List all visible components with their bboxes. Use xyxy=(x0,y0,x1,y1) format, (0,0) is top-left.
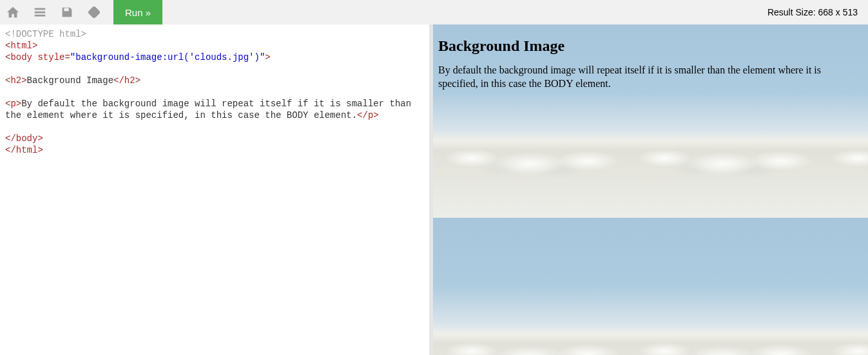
code-editor[interactable]: <!DOCTYPE html> <html> <body style="back… xyxy=(0,24,433,355)
code-token: </p> xyxy=(357,110,379,120)
code-token: </h2> xyxy=(113,75,140,86)
code-token: </html> xyxy=(5,145,43,155)
home-icon[interactable] xyxy=(5,5,21,20)
result-size-label: Result Size: 668 x 513 xyxy=(767,7,863,17)
run-button[interactable]: Run » xyxy=(113,0,162,24)
code-token: <!DOCTYPE html> xyxy=(5,29,86,39)
svg-rect-0 xyxy=(67,8,68,11)
workspace: <!DOCTYPE html> <html> <body style="back… xyxy=(0,24,868,355)
code-token: <body xyxy=(5,52,37,62)
code-token: > xyxy=(265,52,270,62)
code-token: style xyxy=(37,52,64,62)
code-token: <h2> xyxy=(5,75,27,86)
save-icon[interactable] xyxy=(59,5,75,20)
code-token: "background-image:url('clouds.jpg')" xyxy=(70,52,265,62)
code-token: = xyxy=(64,52,70,62)
result-pane: Background Image By default the backgrou… xyxy=(433,24,868,355)
result-paragraph: By default the background image will rep… xyxy=(438,64,863,91)
svg-rect-1 xyxy=(88,6,100,18)
code-token: By default the background image will rep… xyxy=(5,99,417,120)
code-token: <html> xyxy=(5,41,37,51)
result-heading: Background Image xyxy=(438,37,863,55)
code-token: Background Image xyxy=(27,75,113,86)
toolbar: Run » Result Size: 668 x 513 xyxy=(0,0,868,24)
code-token: <p> xyxy=(5,99,21,109)
code-token: </body> xyxy=(5,133,43,144)
menu-icon[interactable] xyxy=(32,5,48,20)
rotate-icon[interactable] xyxy=(86,5,102,20)
